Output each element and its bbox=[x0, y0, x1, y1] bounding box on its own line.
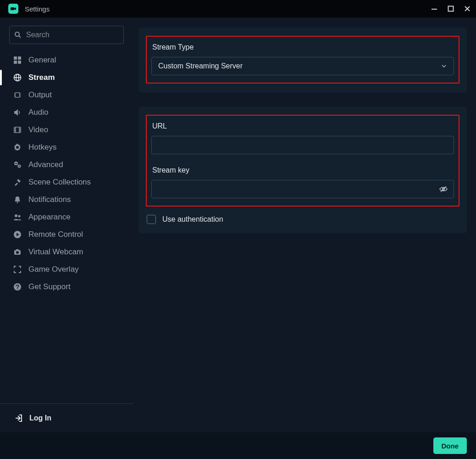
sidebar-item-stream[interactable]: Stream bbox=[0, 69, 133, 86]
sidebar-item-label: Audio bbox=[28, 108, 48, 117]
sidebar-item-label: Advanced bbox=[28, 160, 63, 169]
svg-rect-1 bbox=[432, 9, 437, 10]
login-label: Log In bbox=[29, 414, 51, 422]
sidebar-item-get-support[interactable]: Get Support bbox=[0, 278, 133, 296]
svg-rect-6 bbox=[18, 56, 21, 60]
sidebar-item-label: Appearance bbox=[28, 213, 71, 222]
sidebar-item-advanced[interactable]: Advanced bbox=[0, 156, 133, 174]
sidebar-item-label: Virtual Webcam bbox=[28, 247, 83, 257]
highlight-box-2: URL Stream key bbox=[146, 115, 459, 207]
speaker-icon bbox=[13, 108, 22, 117]
sidebar-item-virtual-webcam[interactable]: Virtual Webcam bbox=[0, 243, 133, 261]
help-icon bbox=[13, 283, 22, 291]
stream-type-value: Custom Streaming Server bbox=[158, 62, 243, 70]
svg-rect-0 bbox=[11, 7, 14, 10]
use-auth-label: Use authentication bbox=[162, 215, 223, 224]
done-button[interactable]: Done bbox=[433, 437, 467, 454]
url-input-wrap[interactable] bbox=[151, 136, 454, 154]
svg-rect-5 bbox=[14, 56, 17, 60]
sidebar-item-appearance[interactable]: Appearance bbox=[0, 208, 133, 226]
svg-point-28 bbox=[16, 163, 17, 164]
content: Stream Type Custom Streaming Server URL … bbox=[133, 17, 476, 432]
chip-icon bbox=[13, 91, 22, 99]
stream-type-card: Stream Type Custom Streaming Server bbox=[138, 28, 467, 93]
sidebar-item-label: Stream bbox=[28, 73, 55, 82]
footer: Done bbox=[0, 432, 476, 459]
svg-rect-2 bbox=[448, 6, 454, 11]
svg-point-3 bbox=[15, 32, 19, 36]
svg-rect-36 bbox=[16, 249, 19, 251]
svg-point-31 bbox=[17, 202, 18, 203]
gears-icon bbox=[13, 161, 22, 169]
film-icon bbox=[13, 126, 22, 134]
login-icon bbox=[15, 414, 23, 422]
search-box[interactable] bbox=[9, 26, 124, 44]
bell-icon bbox=[13, 196, 22, 204]
sidebar-item-audio[interactable]: Audio bbox=[0, 104, 133, 121]
sidebar-item-label: Scene Collections bbox=[28, 178, 91, 187]
sidebar-item-label: General bbox=[28, 56, 56, 65]
svg-point-26 bbox=[16, 146, 19, 149]
sidebar-item-notifications[interactable]: Notifications bbox=[0, 191, 133, 208]
sidebar-item-label: Remote Control bbox=[28, 230, 83, 239]
app-icon bbox=[8, 4, 18, 14]
url-label: URL bbox=[152, 122, 454, 130]
tools-icon bbox=[13, 178, 22, 186]
login-button[interactable]: Log In bbox=[0, 404, 133, 432]
sidebar: GeneralStreamOutputAudioVideoHotkeysAdva… bbox=[0, 17, 133, 432]
window-title: Settings bbox=[25, 5, 50, 13]
maximize-button[interactable] bbox=[448, 6, 454, 12]
sidebar-item-label: Hotkeys bbox=[28, 143, 56, 152]
sidebar-item-general[interactable]: General bbox=[0, 51, 133, 69]
sidebar-item-video[interactable]: Video bbox=[0, 121, 133, 139]
people-icon bbox=[13, 213, 22, 221]
close-button[interactable] bbox=[464, 6, 470, 12]
chevron-down-icon bbox=[441, 63, 447, 69]
sidebar-item-hotkeys[interactable]: Hotkeys bbox=[0, 139, 133, 156]
stream-key-label: Stream key bbox=[152, 166, 454, 174]
stream-type-label: Stream Type bbox=[152, 43, 454, 51]
grid-icon bbox=[13, 56, 22, 64]
svg-point-33 bbox=[18, 215, 21, 218]
camera-icon bbox=[13, 248, 22, 256]
svg-rect-7 bbox=[14, 61, 17, 64]
svg-rect-19 bbox=[14, 127, 21, 133]
globe-icon bbox=[13, 73, 22, 82]
stream-key-input-wrap[interactable] bbox=[151, 180, 454, 198]
sidebar-item-remote-control[interactable]: Remote Control bbox=[0, 226, 133, 243]
nav-list: GeneralStreamOutputAudioVideoHotkeysAdva… bbox=[0, 51, 133, 403]
sidebar-item-label: Notifications bbox=[28, 195, 71, 204]
sidebar-item-output[interactable]: Output bbox=[0, 86, 133, 104]
sidebar-item-label: Game Overlay bbox=[28, 265, 79, 274]
use-auth-checkbox[interactable] bbox=[147, 215, 156, 224]
svg-line-4 bbox=[19, 36, 21, 38]
stream-key-input[interactable] bbox=[157, 185, 448, 193]
svg-point-32 bbox=[15, 214, 17, 217]
svg-point-30 bbox=[19, 166, 20, 167]
play-circle-icon bbox=[13, 230, 22, 239]
search-input[interactable] bbox=[26, 31, 119, 39]
window-controls bbox=[431, 6, 470, 12]
svg-point-39 bbox=[17, 288, 18, 289]
expand-icon bbox=[13, 265, 22, 274]
url-input[interactable] bbox=[157, 141, 448, 149]
sidebar-item-label: Output bbox=[28, 90, 52, 100]
search-icon bbox=[14, 31, 22, 39]
sidebar-item-game-overlay[interactable]: Game Overlay bbox=[0, 261, 133, 278]
reveal-key-button[interactable] bbox=[439, 185, 448, 194]
minimize-button[interactable] bbox=[431, 6, 437, 12]
svg-point-37 bbox=[16, 251, 19, 254]
sidebar-item-label: Get Support bbox=[28, 282, 71, 291]
gear-icon bbox=[13, 143, 22, 151]
titlebar: Settings bbox=[0, 0, 476, 17]
stream-type-select[interactable]: Custom Streaming Server bbox=[151, 57, 454, 75]
use-auth-row[interactable]: Use authentication bbox=[146, 215, 459, 224]
sidebar-item-label: Video bbox=[28, 125, 48, 134]
highlight-box-1: Stream Type Custom Streaming Server bbox=[146, 36, 459, 84]
sidebar-item-scene-collections[interactable]: Scene Collections bbox=[0, 174, 133, 191]
svg-rect-8 bbox=[18, 61, 21, 64]
svg-rect-12 bbox=[15, 93, 20, 97]
stream-credentials-card: URL Stream key Use authentication bbox=[138, 106, 467, 233]
